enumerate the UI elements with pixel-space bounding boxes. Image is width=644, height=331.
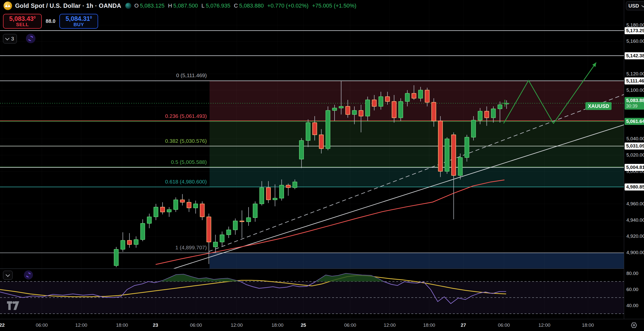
change-value: +0.770 (+0.02%) [267,3,309,9]
candle-body [379,97,383,106]
price-level-badge: 5,004.815 [625,164,644,171]
candle-body [438,121,442,171]
close-value: 5,083.880 [239,3,264,9]
price-tick: 5,040.000 [626,136,644,141]
currency-toggle[interactable]: USD [626,1,644,10]
axis-settings-button[interactable] [624,319,644,331]
tradingview-logo-icon [7,301,20,311]
change-points-value: +75.005 (+1.50%) [312,3,356,9]
time-tick: 18:00 [116,322,128,328]
time-tick: 18:00 [423,322,435,328]
candle-body [299,140,304,159]
fib-label[interactable]: 0.382 (5,030.576) [165,138,207,144]
candle-body [200,204,204,217]
candle-body [405,93,410,102]
time-axis[interactable]: 2206:0012:0018:002306:0012:0018:002506:0… [0,319,644,331]
candlestick-chart-canvas[interactable] [0,0,644,331]
sync-icon [27,35,34,42]
candle-body [154,207,158,217]
time-tick: 12:00 [231,322,243,328]
candle-body [412,93,416,98]
rsi-collapse-button[interactable] [3,271,13,280]
price-tick: 5,160.000 [626,38,644,44]
sell-price-sup: 0 [34,15,36,19]
time-tick: 27 [461,322,466,328]
candle-body [432,102,436,121]
candle-body [385,97,390,101]
candle-body [425,90,429,102]
refresh-button[interactable] [26,34,35,43]
price-tick: 5,120.000 [626,71,644,77]
candle-body [187,202,191,208]
fib-band [210,167,624,187]
buy-label: BUY [73,22,84,27]
candle-body [227,230,231,235]
buy-button[interactable]: 5,084.310 BUY [59,14,98,29]
symbol-title[interactable]: Gold Spot / U.S. Dollar · 1h · OANDA [15,2,121,9]
gold-symbol-icon [4,2,12,10]
candle-body [458,158,462,175]
time-tick: 06:00 [190,322,202,328]
candle-body [193,204,198,208]
candle-body [452,135,456,175]
price-tick: 5,100.000 [626,87,644,93]
price-level-badge: 5,031.092 [625,143,644,150]
fib-label[interactable]: 0.618 (4,980.600) [165,179,207,185]
rsi-axis-tick: 40.00 [626,303,638,308]
rsi-axis-tick: 80.00 [626,271,638,276]
tradingview-app: { "header": { "symbol_title": "Gold Spot… [0,0,644,331]
candle-body [220,235,224,242]
indicators-collapse-button[interactable]: 3 [3,34,17,43]
bar-countdown: 30:39 [626,104,644,109]
fib-label[interactable]: 1 (4,899.707) [175,245,207,251]
high-label: H [168,3,172,9]
candle-body [167,210,171,212]
price-level-badge: 5,111.469 [625,77,644,84]
fib-band [210,121,624,146]
candle-body [147,217,151,223]
candle-body [346,106,350,114]
candle-body [465,137,469,158]
ohlc-readout: O5,083.125 H5,087.500 L5,076.935 C5,083.… [134,3,356,9]
price-tick: 5,020.000 [626,152,644,158]
rsi-axis-tick: 60.00 [626,287,638,292]
fib-label[interactable]: 0 (5,111.469) [176,72,207,78]
candle-body [127,241,132,245]
low-value: 5,076.935 [206,3,230,9]
indicators-count: 3 [11,36,14,42]
market-status-icon[interactable] [125,3,131,9]
candle-body [174,200,178,210]
candle-body [266,187,270,200]
candle-body [359,110,363,116]
price-level-badge: 4,980.857 [625,183,644,191]
buy-price-sup: 0 [90,15,92,19]
candle-body [313,123,317,135]
time-tick: 18:00 [271,322,284,328]
candle-body [471,120,476,137]
candle-body [273,198,277,200]
tradingview-logo[interactable] [7,301,20,312]
price-tick: 4,960.000 [626,201,644,207]
candle-body [279,185,284,198]
low-label: L [202,3,205,9]
settings-hexagon-icon [630,322,637,329]
rsi-refresh-button[interactable] [24,270,33,279]
candle-body [247,218,251,222]
price-tick: 4,940.000 [626,217,644,223]
fib-label[interactable]: 0.5 (5,005.588) [171,159,207,165]
chevron-down-icon [6,272,10,277]
candle-body [372,100,376,106]
candle-body [207,217,211,242]
candle-body [498,105,502,109]
price-axis[interactable]: USD 5,180.0005,160.0005,120.0005,100.000… [624,0,644,319]
candle-body [253,204,257,218]
sync-icon [25,272,31,278]
sell-button[interactable]: 5,083.430 SELL [3,14,42,29]
candle-body [306,123,310,140]
time-tick: 12:00 [538,322,550,328]
arrow-up-icon [592,63,596,67]
candle-body [445,139,449,171]
candle-body [352,110,356,114]
fib-label[interactable]: 0.236 (5,061.493) [165,113,207,119]
price-level-badge-green: 5,061.643 [625,118,644,125]
